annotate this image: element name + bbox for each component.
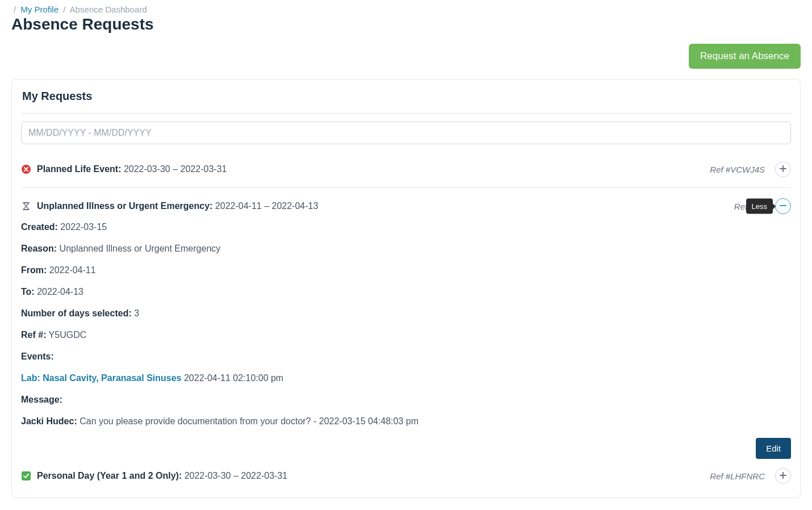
detail-label-from: From: [21, 265, 47, 275]
request-ref: Ref #VCWJ4S [710, 165, 765, 174]
detail-value-created: 2022-03-15 [60, 222, 107, 232]
event-link[interactable]: Lab: Nasal Cavity, Paranasal Sinuses [21, 373, 182, 383]
status-approved-icon [21, 471, 31, 481]
plus-icon [780, 472, 786, 480]
request-summary: Unplanned Illness or Urgent Emergency: 2… [37, 201, 729, 211]
request-absence-button[interactable]: Request an Absence [689, 44, 801, 69]
expand-button[interactable] [775, 161, 791, 177]
breadcrumb-link-my-profile[interactable]: My Profile [20, 5, 58, 14]
request-type-label: Unplanned Illness or Urgent Emergency: [37, 201, 212, 211]
minus-icon [780, 202, 786, 211]
breadcrumb-separator: / [63, 5, 65, 14]
detail-value-to: 2022-04-13 [37, 287, 83, 296]
detail-value-days: 3 [134, 308, 139, 318]
breadcrumb-current: Absence Dashboard [70, 5, 147, 14]
request-ref: Ref #LHFNRC [710, 471, 765, 481]
detail-label-created: Created: [21, 222, 58, 232]
status-pending-icon [21, 201, 31, 211]
date-range-filter-input[interactable] [21, 122, 791, 144]
breadcrumb-separator: / [14, 5, 16, 14]
detail-label-events: Events: [21, 352, 54, 361]
detail-value-ref: Y5UGDC [49, 330, 87, 340]
status-declined-icon [21, 164, 31, 174]
detail-label-reason: Reason: [21, 244, 57, 253]
request-type-label: Planned Life Event: [37, 164, 121, 174]
collapse-button[interactable] [775, 198, 791, 214]
svg-rect-1 [22, 471, 31, 480]
request-row: Personal Day (Year 1 and 2 Only): 2022-0… [21, 463, 791, 488]
panel-title: My Requests [22, 90, 791, 103]
collapse-tooltip: Less [746, 199, 773, 214]
detail-value-from: 2022-04-11 [49, 265, 96, 275]
detail-value-reason: Unplanned Illness or Urgent Emergency [60, 244, 221, 253]
message-author: Jacki Hudec: [21, 416, 77, 426]
request-date-range: 2022-03-30 – 2022-03-31 [185, 471, 287, 480]
request-date-range: 2022-03-30 – 2022-03-31 [124, 164, 227, 174]
detail-label-message: Message: [21, 395, 62, 404]
detail-label-days: Number of days selected: [21, 308, 132, 318]
detail-label-ref: Ref #: [21, 330, 46, 340]
detail-label-to: To: [21, 287, 35, 296]
request-summary: Planned Life Event: 2022-03-30 – 2022-03… [37, 164, 704, 174]
page-title: Absence Requests [11, 15, 801, 34]
edit-button[interactable]: Edit [756, 438, 791, 459]
request-row: Unplanned Illness or Urgent Emergency: 2… [21, 194, 791, 219]
my-requests-panel: My Requests Planned Life Event: 2022-03-… [11, 79, 801, 498]
request-row: Planned Life Event: 2022-03-30 – 2022-03… [21, 157, 791, 182]
plus-icon [780, 165, 786, 174]
event-time: 2022-04-11 02:10:00 pm [184, 373, 283, 383]
request-summary: Personal Day (Year 1 and 2 Only): 2022-0… [37, 471, 704, 481]
request-type-label: Personal Day (Year 1 and 2 Only): [37, 471, 182, 480]
breadcrumb: / My Profile / Absence Dashboard [11, 5, 801, 14]
divider [21, 187, 791, 188]
expand-button[interactable] [775, 468, 791, 484]
divider [21, 113, 791, 114]
message-text: Can you please provide documentation fro… [79, 416, 418, 426]
request-date-range: 2022-04-11 – 2022-04-13 [215, 201, 318, 211]
request-details: Created: 2022-03-15 Reason: Unplanned Il… [21, 219, 791, 463]
